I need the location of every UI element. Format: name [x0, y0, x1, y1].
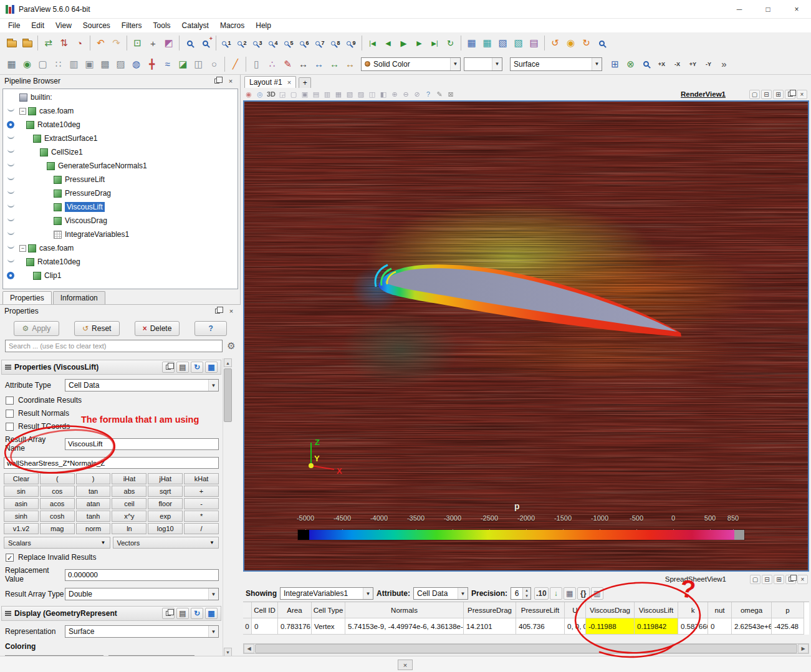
paste-properties-icon[interactable]: ▤: [176, 362, 189, 373]
select-block-icon[interactable]: ▤: [526, 35, 542, 51]
column-header-nut[interactable]: nut: [708, 602, 732, 618]
spinner-up-icon[interactable]: ▲: [523, 588, 530, 593]
export-spreadsheet-icon[interactable]: ↓: [550, 587, 562, 600]
display-section-header[interactable]: Display (GeometryRepresent ▤↻▦: [1, 606, 221, 621]
maximize-view-icon[interactable]: ▢: [750, 575, 761, 584]
view-minus-y-icon[interactable]: -Y: [701, 56, 716, 72]
tab-information[interactable]: Information: [53, 291, 105, 304]
grow-selection-icon[interactable]: ⊕: [389, 89, 400, 99]
surface-select-cells-icon[interactable]: ▢: [288, 89, 299, 99]
search-options-gear-icon[interactable]: ⚙: [226, 340, 237, 352]
popout-view-icon[interactable]: [785, 575, 796, 584]
scrollbar-thumb[interactable]: [255, 644, 797, 653]
calc--button[interactable]: *: [184, 511, 219, 522]
column-header-k[interactable]: k: [678, 602, 708, 618]
visibility-eye-icon[interactable]: [3, 110, 18, 112]
calc-norm-button[interactable]: norm: [76, 523, 111, 534]
close-window-button[interactable]: ×: [782, 0, 811, 19]
visibility-eye-icon[interactable]: [3, 165, 18, 166]
representation-combo[interactable]: Surface▼: [510, 57, 602, 71]
color-component-combo[interactable]: ▼: [464, 57, 502, 71]
scroll-down-arrow-icon[interactable]: ▼: [224, 648, 232, 656]
block-select-icon[interactable]: ▨: [355, 89, 367, 99]
visibility-eye-icon[interactable]: [3, 206, 18, 208]
split-vertical-view-icon[interactable]: ⊞: [774, 575, 784, 584]
view-plus-x-icon[interactable]: +X: [654, 56, 669, 72]
open-file-icon[interactable]: [4, 35, 19, 51]
pipeline-item-viscouslift[interactable]: ViscousLift: [3, 200, 238, 214]
calc-atan-button[interactable]: atan: [76, 498, 111, 509]
polygon-select-cells-icon[interactable]: ▦: [333, 89, 344, 99]
layout-tab[interactable]: Layout #1 ×: [244, 76, 296, 88]
calc-tan-button[interactable]: tan: [76, 486, 111, 497]
column-header-cell-id[interactable]: Cell ID: [252, 602, 278, 618]
pipeline-item-builtin-[interactable]: builtin:: [3, 90, 238, 104]
add-layout-tab-button[interactable]: +: [299, 77, 311, 88]
render-view-title[interactable]: RenderView1: [681, 90, 726, 98]
wireframe-representation-icon[interactable]: ▥: [66, 56, 82, 72]
play-icon[interactable]: ▶: [396, 35, 411, 51]
clip-icon[interactable]: ◪: [175, 56, 191, 72]
pipeline-item-rotate10deg[interactable]: Rotate10deg: [3, 118, 238, 132]
field-data-icon[interactable]: {}: [577, 587, 590, 600]
legend-title[interactable]: p: [514, 501, 520, 511]
rescale-visible-range-icon[interactable]: ↔: [327, 56, 342, 72]
attribute-type-combo[interactable]: Cell Data▼: [65, 379, 219, 391]
minimize-window-button[interactable]: ─: [725, 0, 754, 19]
view-shortcut-1-icon[interactable]: 1: [219, 35, 234, 51]
calc-log10-button[interactable]: log10: [148, 523, 183, 534]
glyph-filter-icon[interactable]: ◉: [19, 56, 35, 72]
surface-representation-icon[interactable]: ▣: [82, 56, 97, 72]
polygon-select-points-icon[interactable]: ▧: [344, 89, 355, 99]
popout-view-icon[interactable]: [785, 90, 795, 99]
loop-icon[interactable]: ↻: [443, 35, 458, 51]
view-shortcut-5-icon[interactable]: 5: [281, 35, 297, 51]
pipeline-item-integratevariables1[interactable]: IntegrateVariables1: [3, 228, 238, 241]
menu-filters[interactable]: Filters: [116, 19, 148, 32]
column-header-p[interactable]: p: [772, 602, 804, 618]
reset-session-icon[interactable]: ↺: [547, 35, 563, 51]
restore-defaults-icon[interactable]: ↻: [191, 362, 203, 373]
scalars-dropdown[interactable]: Scalars▼: [4, 537, 110, 549]
pipeline-item-pressurelift[interactable]: PressureLift: [3, 173, 238, 186]
calc-asin-button[interactable]: asin: [4, 498, 39, 509]
calc--button[interactable]: +: [184, 486, 219, 497]
select-surface-cells-icon[interactable]: ▦: [464, 35, 479, 51]
pipeline-item-generatesurfacenormals1[interactable]: GenerateSurfaceNormals1: [3, 159, 238, 173]
save-defaults-icon[interactable]: ▦: [205, 362, 218, 373]
connect-icon[interactable]: ⇄: [41, 35, 56, 51]
vectors-dropdown[interactable]: Vectors▼: [113, 537, 219, 549]
scroll-up-arrow-icon[interactable]: ▲: [224, 358, 232, 367]
camera-capture-icon[interactable]: ◎: [254, 89, 266, 99]
spreadsheet-table[interactable]: Cell IDAreaCell TypeNormalsPressureDragP…: [243, 602, 809, 635]
slice-icon[interactable]: ◫: [191, 56, 206, 72]
split-horizontal-view-icon[interactable]: ⊟: [761, 90, 772, 99]
surface-edges-representation-icon[interactable]: ▩: [97, 56, 113, 72]
surface-select-points-icon[interactable]: ▣: [299, 89, 310, 99]
calc-exp-button[interactable]: exp: [148, 511, 183, 522]
close-scrollbar-icon[interactable]: ×: [398, 660, 413, 670]
pipeline-item-extractsurface1[interactable]: ExtractSurface1: [3, 132, 238, 145]
calc-floor-button[interactable]: floor: [148, 498, 183, 509]
view-shortcut-6-icon[interactable]: 6: [297, 35, 312, 51]
select-frustum-cells-icon[interactable]: ▧: [495, 35, 511, 51]
visibility-eye-icon[interactable]: [3, 247, 18, 249]
outline-representation-icon[interactable]: ▢: [35, 56, 50, 72]
checkbox-result-normals[interactable]: [6, 410, 14, 418]
calc-ihat-button[interactable]: iHat: [112, 473, 146, 484]
select-surface-points-icon[interactable]: ▦: [479, 35, 495, 51]
column-header-cell-type[interactable]: Cell Type: [312, 602, 345, 618]
help-button[interactable]: ?: [194, 321, 227, 336]
maximize-view-icon[interactable]: ▢: [749, 90, 760, 99]
replacement-value-input[interactable]: [65, 569, 219, 581]
maximize-window-button[interactable]: □: [754, 0, 782, 19]
expression-input[interactable]: [4, 457, 219, 469]
edit-annotation-icon[interactable]: ✎: [434, 89, 445, 99]
scalar-bar-icon[interactable]: ▯: [249, 56, 264, 72]
column-header-omega[interactable]: omega: [732, 602, 772, 618]
save-data-icon[interactable]: [19, 35, 35, 51]
tree-expander-icon[interactable]: −: [19, 245, 26, 252]
view-shortcut-2-icon[interactable]: 2: [234, 35, 250, 51]
split-horizontal-view-icon[interactable]: ⊟: [762, 575, 772, 584]
window-bottom-scrollbar[interactable]: ×: [0, 656, 811, 672]
